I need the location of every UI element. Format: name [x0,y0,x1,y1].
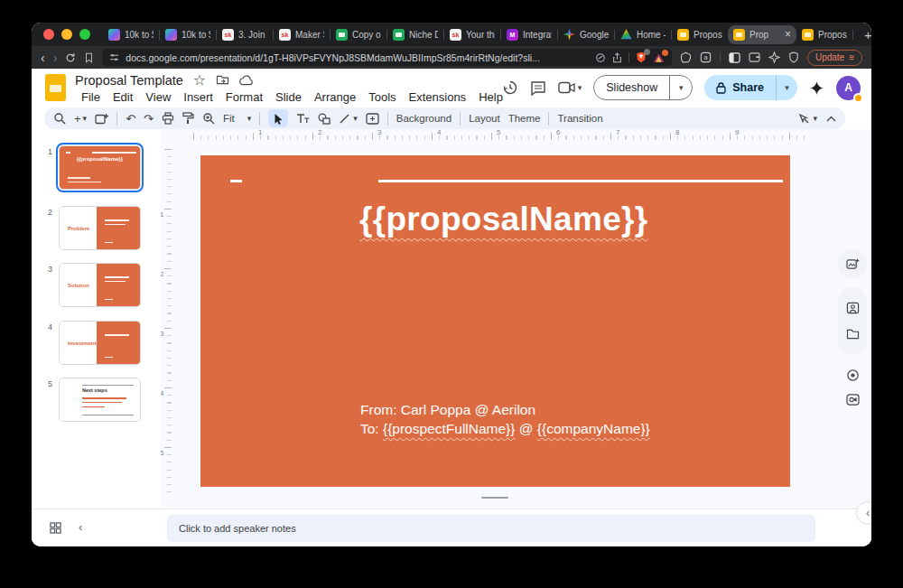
extension-blob-icon[interactable] [680,51,692,63]
slideshow-caret[interactable]: ▾ [669,76,692,99]
menu-slide[interactable]: Slide [269,90,308,104]
zoom-window-button[interactable] [79,29,90,40]
reload-icon[interactable] [65,52,76,63]
meet-camera-icon[interactable] [558,81,575,94]
site-settings-icon[interactable] [109,52,119,62]
zoom-fit-label[interactable]: Fit [223,113,235,124]
speaker-notes-input[interactable]: Click to add speaker notes [167,515,815,542]
share-button[interactable]: Share ▾ [704,75,797,100]
record-target-icon[interactable] [846,369,860,382]
menu-tools[interactable]: Tools [362,90,402,104]
background-button[interactable]: Background [396,113,452,124]
browser-tab[interactable]: Copy of [330,23,386,46]
slide-thumbnail-3[interactable]: Solution [59,263,141,307]
new-slide-layout-icon[interactable] [95,113,108,125]
privacy-shield-icon[interactable] [788,51,799,63]
menu-arrange[interactable]: Arrange [308,90,362,104]
layout-button[interactable]: Layout [469,113,500,124]
forward-button[interactable]: › [53,51,58,64]
slide-title-textbox[interactable]: {{proposalName}} [359,201,647,238]
new-slide-plus-icon[interactable]: + [74,113,81,125]
menu-insert[interactable]: Insert [177,90,219,104]
new-tab-button[interactable]: + [864,27,871,42]
document-title[interactable]: Proposal Template [75,73,183,88]
avatar[interactable]: A [836,76,861,100]
browser-tab[interactable]: Proposal [796,23,852,46]
folder-icon[interactable] [846,329,860,340]
paint-format-icon[interactable] [182,112,194,125]
menu-view[interactable]: View [139,90,177,104]
wallet-icon[interactable] [749,52,760,62]
browser-tab[interactable]: MIntegratio [501,23,557,46]
browser-tab-active[interactable]: Prop× [728,25,796,44]
version-history-icon[interactable] [502,79,518,96]
screen-record-icon[interactable] [846,394,860,406]
camera-caret-icon[interactable]: ▾ [578,83,582,92]
notes-resize-handle[interactable] [481,497,508,499]
update-button[interactable]: Update ≡ [807,50,862,66]
slide-thumbnail-1[interactable]: {{proposalName}} [59,145,141,190]
browser-tab[interactable]: 10k to $1 [103,23,159,46]
browser-tab[interactable]: Niche Di [387,23,443,46]
translate-box-icon[interactable]: a [700,51,712,63]
search-icon[interactable] [53,112,66,125]
slides-logo-icon[interactable] [45,74,66,101]
image-person-icon[interactable] [846,302,860,314]
back-button[interactable]: ‹ [41,51,45,64]
text-box-icon[interactable] [296,113,310,124]
insert-image-ai-button[interactable] [838,249,867,278]
zoom-in-icon[interactable] [202,112,215,125]
menu-file[interactable]: File [75,90,107,104]
browser-tab[interactable]: 10k to $1 [160,23,216,46]
line-tool-icon[interactable] [339,113,350,125]
leo-ai-sparkle-icon[interactable] [768,51,780,63]
browser-tab[interactable]: Proposal [672,23,728,46]
slide-thumbnail-2[interactable]: Problem [59,206,141,250]
browser-tab[interactable]: skMaker Sc [274,23,330,46]
new-slide-caret[interactable]: ▾ [83,114,88,123]
tab-close-icon[interactable]: × [785,30,791,39]
select-tool-button[interactable] [268,109,288,127]
slide-fromto-textbox[interactable]: From: Carl Poppa @ Aerilon To: {{prospec… [360,400,650,438]
minimize-window-button[interactable] [61,29,72,40]
slide-editor-canvas[interactable]: {{proposalName}} From: Carl Poppa @ Aeri… [200,155,790,487]
transition-button[interactable]: Transition [557,113,602,124]
collapse-filmstrip-icon[interactable]: ‹ [79,520,82,534]
line-tool-caret[interactable]: ▾ [353,114,358,123]
print-icon[interactable] [162,112,174,125]
menu-format[interactable]: Format [219,90,269,104]
url-field[interactable]: docs.google.com/presentation/d/1gT-H8iVP… [102,49,672,66]
undo-icon[interactable]: ↶ [126,113,135,125]
share-caret[interactable]: ▾ [776,75,797,100]
gemini-sparkle-icon[interactable] [809,80,824,96]
bookmark-icon[interactable] [84,52,94,63]
sidebar-toggle-icon[interactable] [729,52,740,63]
shapes-icon[interactable] [318,113,330,125]
collapse-toolbar-icon[interactable] [826,116,836,122]
comments-icon[interactable] [530,80,546,96]
reader-mode-icon[interactable] [595,52,606,63]
pen-tool-caret[interactable]: ▾ [813,114,817,123]
extension-triangle-icon[interactable] [653,52,665,63]
slide-thumbnail-4[interactable]: Investment [59,321,141,365]
grid-view-icon[interactable] [50,522,61,534]
cloud-status-icon[interactable] [239,75,254,86]
slideshow-button[interactable]: Slideshow ▾ [593,75,693,100]
browser-tab[interactable]: skYour thi [444,23,500,46]
theme-button[interactable]: Theme [508,113,541,124]
move-folder-icon[interactable] [216,74,229,86]
zoom-fit-caret[interactable]: ▾ [247,114,252,123]
browser-tab[interactable]: Google G [558,23,614,46]
pen-tool-icon[interactable] [798,113,810,125]
browser-tab[interactable]: sk3. Join 3 [217,23,273,46]
insert-image-icon[interactable] [366,113,379,125]
menu-edit[interactable]: Edit [107,90,139,104]
slide-thumbnail-5[interactable]: Next steps [59,378,141,422]
browser-tab[interactable]: Home - G [615,23,671,46]
share-icon[interactable] [612,52,622,63]
menu-extensions[interactable]: Extensions [403,90,473,104]
brave-shield-icon[interactable] [636,51,647,63]
redo-icon[interactable]: ↷ [144,113,154,125]
close-window-button[interactable] [43,29,54,40]
star-icon[interactable]: ☆ [193,71,206,89]
